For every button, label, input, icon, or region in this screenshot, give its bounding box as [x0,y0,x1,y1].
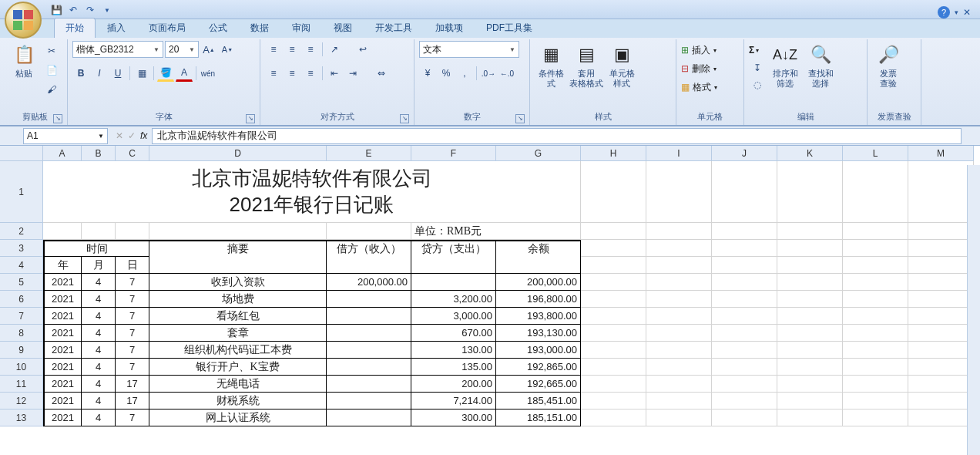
cell[interactable] [496,257,581,274]
cell[interactable] [646,274,712,291]
cell[interactable] [908,161,974,223]
data-cell[interactable]: 4 [82,342,116,359]
cell[interactable] [908,359,974,376]
header-balance[interactable]: 余额 [496,240,581,257]
cell[interactable] [581,223,646,240]
tab-6[interactable]: 视图 [322,18,364,38]
data-cell[interactable]: 4 [82,274,116,291]
header-time[interactable]: 时间 [43,240,149,257]
data-cell[interactable]: 192,665.00 [496,376,581,393]
cell[interactable] [843,376,908,393]
row-header-5[interactable]: 5 [0,274,43,291]
decrease-indent-icon[interactable]: ⇤ [326,65,343,82]
select-all-corner[interactable] [0,146,43,161]
data-cell[interactable] [411,274,496,291]
unit-label[interactable]: 单位：RMB元 [411,223,581,240]
cell[interactable] [843,223,908,240]
cell[interactable] [581,393,646,410]
cell[interactable] [646,223,712,240]
cell[interactable] [149,223,327,240]
cell[interactable] [908,393,974,410]
cell[interactable] [646,376,712,393]
format-painter-icon[interactable]: 🖌 [43,81,60,98]
cell[interactable] [777,308,843,325]
data-cell[interactable]: 670.00 [411,325,496,342]
data-cell[interactable]: 财税系统 [149,393,327,410]
cell[interactable] [581,161,646,223]
data-cell[interactable]: 4 [82,393,116,410]
format-as-table-button[interactable]: ▤套用 表格格式 [570,41,602,90]
data-cell[interactable]: 4 [82,359,116,376]
cell[interactable] [646,291,712,308]
data-cell[interactable]: 7 [116,342,149,359]
data-cell[interactable]: 17 [116,376,149,393]
cell[interactable] [646,325,712,342]
cell[interactable] [581,240,646,257]
number-launcher-icon[interactable]: ↘ [515,114,525,123]
data-cell[interactable]: 网上认证系统 [149,410,327,426]
invoice-check-button[interactable]: 🔎发票 查验 [872,41,904,90]
cell[interactable] [908,291,974,308]
cell[interactable] [777,342,843,359]
fill-color-button[interactable]: 🪣 [157,65,174,82]
sort-filter-button[interactable]: A↓Z排序和 筛选 [769,41,801,90]
row-header-12[interactable]: 12 [0,393,43,410]
data-cell[interactable]: 无绳电话 [149,376,327,393]
data-cell[interactable]: 185,151.00 [496,410,581,426]
header-summary[interactable]: 摘要 [149,240,327,257]
number-format-combo[interactable]: 文本▼ [419,41,519,58]
data-cell[interactable] [327,342,411,359]
increase-indent-icon[interactable]: ⇥ [344,65,361,82]
cell[interactable] [712,308,777,325]
vertical-scrollbar[interactable] [967,165,980,455]
data-cell[interactable]: 4 [82,308,116,325]
cell[interactable] [777,274,843,291]
cell[interactable] [82,223,116,240]
tab-5[interactable]: 审阅 [280,18,322,38]
insert-cells-button[interactable]: ⊞插入▾ [681,41,717,59]
cell[interactable] [777,393,843,410]
enter-formula-icon[interactable]: ✓ [128,130,136,141]
col-header-G[interactable]: G [496,146,581,161]
fx-icon[interactable]: fx [140,130,147,141]
data-cell[interactable]: 7 [116,410,149,426]
accounting-format-icon[interactable]: ¥ [419,65,436,82]
cell[interactable] [908,308,974,325]
data-cell[interactable]: 2021 [43,308,82,325]
cell[interactable] [843,161,908,223]
cell[interactable] [777,410,843,426]
name-box[interactable]: A1▼ [23,128,108,144]
col-header-I[interactable]: I [646,146,712,161]
find-select-button[interactable]: 🔍查找和 选择 [804,41,837,90]
cell[interactable] [581,376,646,393]
header-debit[interactable]: 借方（收入） [327,240,411,257]
cell[interactable] [411,257,496,274]
cell[interactable] [712,291,777,308]
align-right-icon[interactable]: ≡ [302,65,319,82]
header-year[interactable]: 年 [43,257,82,274]
formula-input[interactable]: 北京市温妮特软件有限公司 [152,128,962,144]
cell[interactable] [843,291,908,308]
font-launcher-icon[interactable]: ↘ [246,114,255,123]
data-cell[interactable]: 17 [116,393,149,410]
qat-undo-icon[interactable]: ↶ [66,3,80,17]
data-cell[interactable]: 196,800.00 [496,291,581,308]
clipboard-launcher-icon[interactable]: ↘ [53,114,62,123]
data-cell[interactable]: 200.00 [411,376,496,393]
cell[interactable] [712,223,777,240]
increase-font-icon[interactable]: A▲ [200,41,217,58]
data-cell[interactable]: 看场红包 [149,308,327,325]
cell[interactable] [712,410,777,426]
col-header-D[interactable]: D [149,146,327,161]
cell[interactable] [646,257,712,274]
data-cell[interactable]: 3,200.00 [411,291,496,308]
data-cell[interactable]: 7 [116,308,149,325]
row-header-3[interactable]: 3 [0,240,43,257]
window-close-icon[interactable]: ✕ [963,7,971,18]
data-cell[interactable]: 套章 [149,325,327,342]
cell[interactable] [843,325,908,342]
col-header-C[interactable]: C [116,146,149,161]
cell[interactable] [777,240,843,257]
cell[interactable] [843,342,908,359]
col-header-F[interactable]: F [411,146,496,161]
